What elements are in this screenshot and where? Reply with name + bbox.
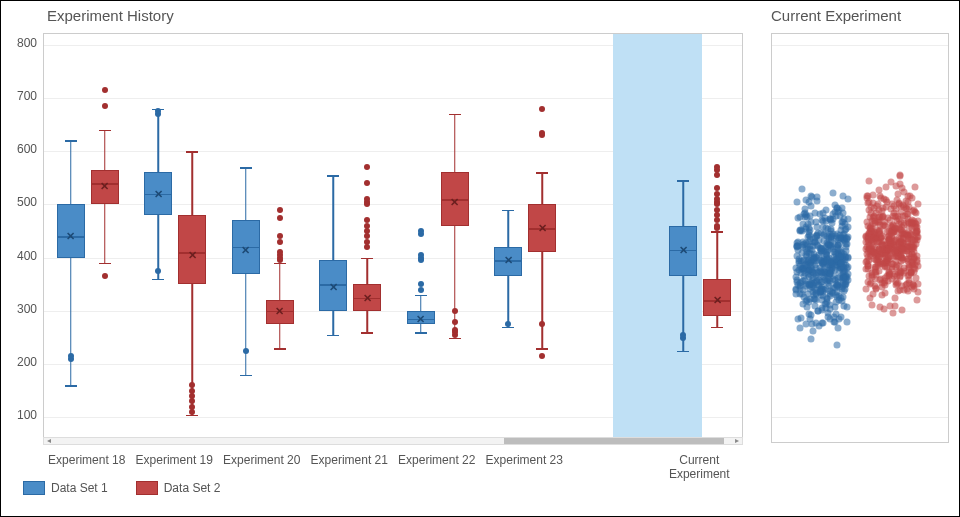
scatter-dot: [797, 226, 804, 233]
scroll-right-arrow[interactable]: ▸: [732, 437, 742, 445]
scroll-thumb[interactable]: [504, 438, 724, 444]
boxplot: ✕: [528, 34, 556, 443]
scatter-dot: [809, 327, 816, 334]
scatter-dot: [826, 236, 833, 243]
y-tick-label: 800: [3, 36, 37, 50]
scatter-dot: [812, 238, 819, 245]
scatter-dot: [844, 195, 851, 202]
scatter-dot: [877, 248, 884, 255]
scatter-dot: [809, 280, 816, 287]
scatter-dot: [798, 186, 805, 193]
scatter-dot: [822, 218, 829, 225]
scatter-dot: [890, 309, 897, 316]
scatter-dot: [863, 285, 870, 292]
scatter-dot: [880, 221, 887, 228]
scatter-dot: [912, 184, 919, 191]
scatter-dot: [887, 235, 894, 242]
scatter-dot: [808, 335, 815, 342]
scatter-dot: [844, 264, 851, 271]
scatter-dot: [843, 319, 850, 326]
y-tick-label: 100: [3, 408, 37, 422]
scatter-dot: [869, 302, 876, 309]
boxplot: ✕: [91, 34, 119, 443]
scatter-dot: [866, 224, 873, 231]
boxplot: ✕: [407, 34, 435, 443]
legend: Data Set 1 Data Set 2: [23, 481, 220, 495]
scatter-dot: [870, 248, 877, 255]
scatter-dot: [839, 204, 846, 211]
scatter-dot: [896, 220, 903, 227]
scatter-dot: [826, 258, 833, 265]
scatter-dot: [880, 204, 887, 211]
scatter-dot: [900, 228, 907, 235]
scatter-dot: [805, 199, 812, 206]
scatter-dot: [892, 212, 899, 219]
scatter-dot: [804, 252, 811, 259]
scatter-dot: [795, 315, 802, 322]
scatter-dot: [913, 296, 920, 303]
legend-label-1: Data Set 1: [51, 481, 108, 495]
scatter-dot: [872, 263, 879, 270]
boxplot: ✕: [232, 34, 260, 443]
scatter-dot: [813, 197, 820, 204]
scatter-dot: [897, 235, 904, 242]
scatter-dot: [843, 225, 850, 232]
scatter-dot: [835, 234, 842, 241]
scatter-dot: [887, 179, 894, 186]
legend-label-2: Data Set 2: [164, 481, 221, 495]
scatter-dot: [815, 307, 822, 314]
scatter-dot: [912, 209, 919, 216]
scatter-dot: [807, 263, 814, 270]
scatter-dot: [841, 303, 848, 310]
scatter-dot: [828, 226, 835, 233]
scatter-dot: [886, 245, 893, 252]
scatter-dot: [892, 295, 899, 302]
x-category-label: Experiment 18: [42, 453, 132, 467]
horizontal-scrollbar[interactable]: ◂ ▸: [43, 437, 743, 445]
chart-title-right: Current Experiment: [771, 7, 901, 24]
scatter-dot: [804, 296, 811, 303]
scatter-dot: [841, 215, 848, 222]
scatter-dot: [908, 231, 915, 238]
scatter-dot: [820, 209, 827, 216]
scatter-dot: [882, 253, 889, 260]
scatter-dot: [839, 293, 846, 300]
scatter-dot: [908, 219, 915, 226]
scatter-dot: [898, 306, 905, 313]
scatter-dot: [865, 177, 872, 184]
scatter-dot: [896, 272, 903, 279]
scatter-dot: [804, 304, 811, 311]
scatter-dot: [824, 276, 831, 283]
scatter-dot: [880, 305, 887, 312]
scatter-dot: [802, 210, 809, 217]
scatter-dot: [909, 258, 916, 265]
scatter-dot: [870, 290, 877, 297]
scatter-dot: [834, 341, 841, 348]
x-category-label: Experiment 21: [304, 453, 394, 467]
y-tick-label: 600: [3, 142, 37, 156]
scatter-dot: [868, 279, 875, 286]
scatter-dot: [887, 303, 894, 310]
x-category-label: Experiment 22: [392, 453, 482, 467]
scatter-dot: [886, 227, 893, 234]
y-tick-label: 200: [3, 355, 37, 369]
legend-swatch-1: [23, 481, 45, 495]
chart-title-left: Experiment History: [47, 7, 174, 24]
y-tick-label: 500: [3, 195, 37, 209]
scatter-dot: [797, 324, 804, 331]
boxplot: ✕: [266, 34, 294, 443]
boxplot: ✕: [144, 34, 172, 443]
y-tick-label: 400: [3, 249, 37, 263]
x-category-label: Current Experiment: [654, 453, 744, 481]
boxplot: ✕: [669, 34, 697, 443]
scatter-dot: [800, 272, 807, 279]
scatter-dot: [793, 198, 800, 205]
scroll-left-arrow[interactable]: ◂: [44, 437, 54, 445]
x-category-label: Experiment 19: [129, 453, 219, 467]
scatter-dot: [896, 173, 903, 180]
scatter-dot: [884, 214, 891, 221]
scatter-dot: [830, 246, 837, 253]
boxplot: ✕: [57, 34, 85, 443]
boxplot: ✕: [353, 34, 381, 443]
scatter-dot: [834, 289, 841, 296]
